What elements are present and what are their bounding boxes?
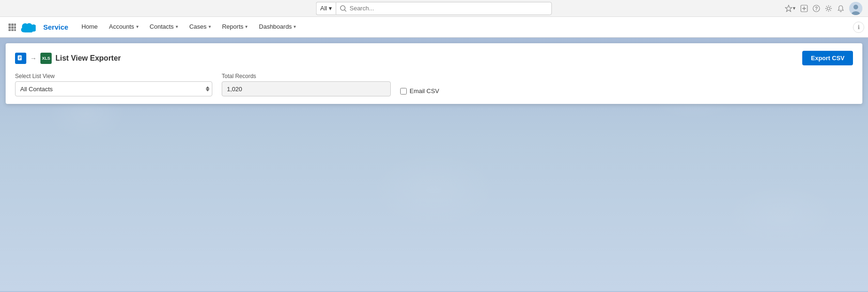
email-csv-checkbox[interactable] — [400, 88, 407, 95]
nav-item-accounts[interactable]: Accounts ▾ — [103, 17, 144, 38]
svg-rect-13 — [11, 24, 14, 26]
reports-chevron: ▾ — [245, 24, 248, 29]
nav-info-icon[interactable]: ℹ — [853, 22, 864, 33]
form-row: Select List View All Contacts My Contact… — [15, 73, 853, 96]
svg-rect-12 — [8, 24, 11, 26]
utility-right: ▾ ? — [785, 2, 862, 15]
svg-rect-18 — [8, 29, 11, 31]
favorites-button[interactable]: ▾ — [785, 5, 796, 12]
select-list-view-field: Select List View All Contacts My Contact… — [15, 73, 212, 96]
nav-item-dashboards[interactable]: Dashboards ▾ — [253, 17, 302, 38]
svg-rect-16 — [11, 26, 14, 29]
search-input-wrap — [336, 2, 552, 15]
notifications-button[interactable] — [837, 5, 845, 12]
dashboards-chevron: ▾ — [294, 24, 296, 29]
search-scope-selector[interactable]: All ▾ — [316, 2, 336, 15]
svg-rect-17 — [14, 26, 16, 29]
nav-items: Home Accounts ▾ Contacts ▾ Cases ▾ Repor… — [76, 17, 302, 38]
svg-marker-2 — [785, 5, 792, 12]
search-container: All ▾ — [316, 2, 552, 15]
nav-item-cases[interactable]: Cases ▾ — [184, 17, 217, 38]
svg-rect-15 — [8, 26, 11, 29]
svg-line-1 — [345, 10, 346, 11]
nav-item-contacts[interactable]: Contacts ▾ — [144, 17, 184, 38]
export-csv-button[interactable]: Export CSV — [802, 51, 853, 65]
page-title: List View Exporter — [55, 54, 121, 63]
nav-app-name: Service — [43, 23, 68, 31]
search-icon — [340, 5, 347, 12]
search-input[interactable] — [349, 5, 548, 12]
select-list-view-wrapper: All Contacts My Contacts Recently Viewed — [15, 81, 212, 96]
total-records-field: Total Records — [222, 73, 391, 96]
add-tab-button[interactable] — [800, 5, 808, 12]
email-csv-label[interactable]: Email CSV — [410, 87, 439, 95]
select-list-view-label: Select List View — [15, 73, 212, 79]
help-button[interactable]: ? — [813, 5, 820, 12]
total-records-input — [222, 81, 391, 96]
email-csv-wrap: Email CSV — [400, 87, 439, 95]
accounts-chevron: ▾ — [136, 24, 139, 29]
excel-icon: XLS — [40, 53, 52, 64]
svg-point-8 — [827, 7, 830, 10]
nav-item-home[interactable]: Home — [76, 17, 103, 38]
contacts-chevron: ▾ — [176, 24, 178, 29]
arrow-right-icon: → — [30, 55, 37, 62]
search-scope-chevron: ▾ — [329, 5, 332, 12]
svg-rect-19 — [11, 29, 14, 31]
app-launcher-button[interactable] — [4, 17, 21, 38]
list-view-exporter-card: → XLS List View Exporter Export CSV Sele… — [6, 43, 862, 104]
svg-rect-20 — [14, 29, 16, 31]
svg-rect-14 — [14, 24, 16, 26]
salesforce-logo[interactable] — [21, 22, 36, 32]
salesforce-page-icon — [15, 53, 26, 64]
svg-point-10 — [853, 5, 858, 9]
cases-chevron: ▾ — [209, 24, 211, 29]
settings-button[interactable] — [825, 5, 832, 12]
nav-item-reports[interactable]: Reports ▾ — [217, 17, 254, 38]
user-avatar[interactable] — [849, 2, 862, 15]
utility-bar: All ▾ ▾ ? — [0, 0, 868, 17]
card-inner: → XLS List View Exporter Export CSV Sele… — [15, 51, 853, 96]
main-background: .wave-line { fill: none; stroke: rgba(25… — [0, 38, 868, 291]
nav-bar: Service Home Accounts ▾ Contacts ▾ Cases… — [0, 17, 868, 38]
search-scope-label: All — [320, 5, 327, 12]
select-list-view-dropdown[interactable]: All Contacts My Contacts Recently Viewed — [15, 81, 212, 96]
card-title-area: → XLS List View Exporter — [15, 53, 121, 64]
total-records-label: Total Records — [222, 73, 391, 79]
svg-text:?: ? — [815, 6, 818, 11]
card-top-row: → XLS List View Exporter Export CSV — [15, 51, 853, 65]
